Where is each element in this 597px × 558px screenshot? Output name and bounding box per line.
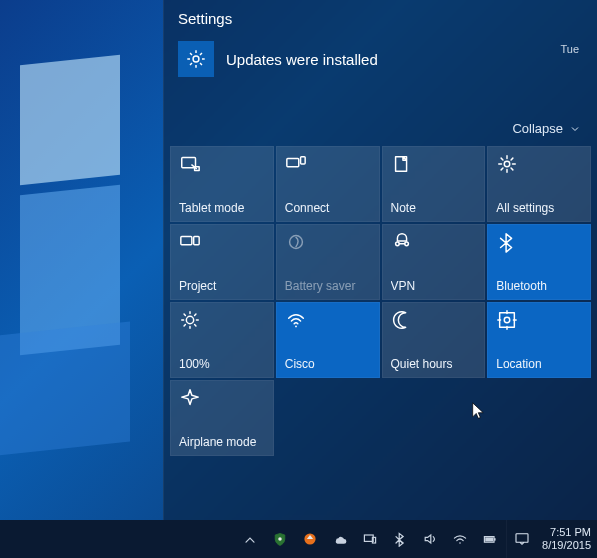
tile-label: Cisco bbox=[285, 357, 375, 371]
collapse-button[interactable]: Collapse bbox=[164, 91, 597, 146]
tile-label: Airplane mode bbox=[179, 435, 269, 449]
svg-rect-18 bbox=[372, 537, 375, 543]
clock-time: 7:51 PM bbox=[542, 526, 591, 539]
tile-label: Bluetooth bbox=[496, 279, 586, 293]
action-center-panel: Settings Updates were installed Tue Coll… bbox=[163, 0, 597, 520]
tile-note[interactable]: Note bbox=[382, 146, 486, 222]
svg-rect-6 bbox=[181, 237, 192, 245]
wifi-tray-icon[interactable] bbox=[452, 531, 468, 547]
tile-label: VPN bbox=[391, 279, 481, 293]
tile-label: Location bbox=[496, 357, 586, 371]
tile-vpn[interactable]: VPN bbox=[382, 224, 486, 300]
collapse-label: Collapse bbox=[512, 121, 563, 136]
tile-location[interactable]: Location bbox=[487, 302, 591, 378]
tile-brightness[interactable]: 100% bbox=[170, 302, 274, 378]
system-tray bbox=[230, 520, 506, 558]
tile-label: Quiet hours bbox=[391, 357, 481, 371]
shield-tray-icon[interactable] bbox=[272, 531, 288, 547]
sync-orange-tray-icon[interactable] bbox=[302, 531, 318, 547]
wifi-icon bbox=[285, 309, 307, 331]
svg-point-0 bbox=[193, 56, 199, 62]
svg-point-15 bbox=[278, 537, 282, 541]
bluetooth-icon bbox=[496, 231, 518, 253]
connect-icon bbox=[285, 153, 307, 175]
tile-quiet-hours[interactable]: Quiet hours bbox=[382, 302, 486, 378]
chevron-down-icon bbox=[569, 123, 581, 135]
svg-rect-4 bbox=[300, 157, 305, 164]
tile-label: Tablet mode bbox=[179, 201, 269, 215]
svg-point-12 bbox=[295, 326, 297, 328]
tile-all-settings[interactable]: All settings bbox=[487, 146, 591, 222]
tile-bluetooth[interactable]: Bluetooth bbox=[487, 224, 591, 300]
notification-item[interactable]: Updates were installed Tue bbox=[164, 31, 597, 91]
tile-label: Connect bbox=[285, 201, 375, 215]
svg-rect-21 bbox=[494, 538, 496, 540]
notification-message: Updates were installed bbox=[226, 51, 548, 68]
location-icon bbox=[496, 309, 518, 331]
tile-label: Project bbox=[179, 279, 269, 293]
tile-tablet-mode[interactable]: Tablet mode bbox=[170, 146, 274, 222]
tile-label: All settings bbox=[496, 201, 586, 215]
notification-group-header: Settings bbox=[164, 4, 597, 31]
sun-icon bbox=[179, 309, 201, 331]
quick-action-grid: Tablet modeConnectNoteAll settingsProjec… bbox=[164, 146, 597, 462]
vpn-icon bbox=[391, 231, 413, 253]
tablet-icon bbox=[179, 153, 201, 175]
svg-rect-23 bbox=[516, 534, 528, 543]
svg-rect-13 bbox=[500, 313, 515, 328]
airplane-icon bbox=[179, 387, 201, 409]
svg-point-11 bbox=[186, 316, 193, 323]
moon-icon bbox=[391, 309, 413, 331]
tile-label: 100% bbox=[179, 357, 269, 371]
svg-rect-22 bbox=[485, 537, 493, 541]
devices-tray-icon[interactable] bbox=[362, 531, 378, 547]
taskbar-clock[interactable]: 7:51 PM 8/19/2015 bbox=[536, 526, 597, 552]
tile-label: Battery saver bbox=[285, 279, 375, 293]
tile-connect[interactable]: Connect bbox=[276, 146, 380, 222]
svg-rect-7 bbox=[194, 237, 200, 245]
tile-project[interactable]: Project bbox=[170, 224, 274, 300]
volume-tray-icon[interactable] bbox=[422, 531, 438, 547]
note-icon bbox=[391, 153, 413, 175]
project-icon bbox=[179, 231, 201, 253]
svg-rect-3 bbox=[287, 159, 299, 167]
taskbar: 7:51 PM 8/19/2015 bbox=[0, 520, 597, 558]
onedrive-tray-icon[interactable] bbox=[332, 531, 348, 547]
notification-day: Tue bbox=[560, 41, 583, 55]
tile-battery-saver[interactable]: Battery saver bbox=[276, 224, 380, 300]
svg-point-14 bbox=[505, 317, 511, 323]
gear-icon bbox=[178, 41, 214, 77]
svg-point-19 bbox=[459, 542, 461, 544]
bluetooth-tray-icon[interactable] bbox=[392, 531, 408, 547]
svg-point-5 bbox=[505, 161, 511, 167]
tile-label: Note bbox=[391, 201, 481, 215]
battery-tray-icon[interactable] bbox=[482, 531, 498, 547]
tray-overflow-button[interactable] bbox=[242, 531, 258, 547]
clock-date: 8/19/2015 bbox=[542, 539, 591, 552]
tile-wifi[interactable]: Cisco bbox=[276, 302, 380, 378]
tile-airplane-mode[interactable]: Airplane mode bbox=[170, 380, 274, 456]
action-center-button[interactable] bbox=[506, 520, 536, 558]
leaf-icon bbox=[285, 231, 307, 253]
gear-icon bbox=[496, 153, 518, 175]
